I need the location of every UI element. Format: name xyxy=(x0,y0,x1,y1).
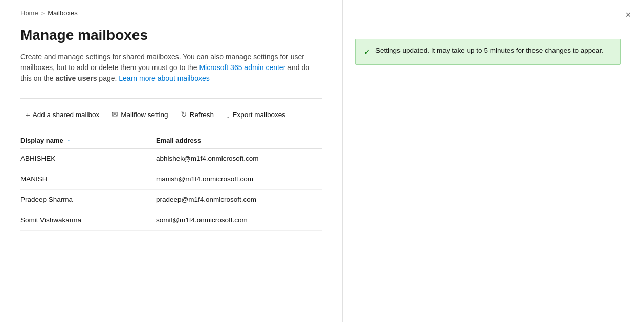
main-container: Home > Mailboxes Manage mailboxes Create… xyxy=(0,0,644,322)
table-row[interactable]: ABHISHEKabhishek@m1f4.onmicrosoft.com xyxy=(20,149,322,169)
col-header-email[interactable]: Email address xyxy=(156,132,322,149)
col-email-label: Email address xyxy=(156,136,201,144)
active-users-bold: active users xyxy=(56,74,97,82)
table-cell-email: pradeep@m1f4.onmicrosoft.com xyxy=(156,190,322,210)
table-cell-display: MANISH xyxy=(20,169,156,190)
refresh-label: Refresh xyxy=(190,111,214,119)
table-header-row: Display name ↑ Email address xyxy=(20,132,322,149)
table-cell-display: Pradeep Sharma xyxy=(20,190,156,210)
ms-admin-link[interactable]: Microsoft 365 admin center xyxy=(199,63,285,72)
mailflow-icon: ✉ xyxy=(112,110,118,119)
breadcrumb-current: Mailboxes xyxy=(48,9,78,17)
plus-icon: + xyxy=(26,110,30,119)
breadcrumb-home[interactable]: Home xyxy=(20,9,38,17)
description-text-3: page. xyxy=(97,74,119,82)
export-button[interactable]: ↓ Export mailboxes xyxy=(221,107,291,122)
breadcrumb-separator: > xyxy=(41,10,45,16)
success-icon: ✓ xyxy=(364,46,370,58)
left-panel: Home > Mailboxes Manage mailboxes Create… xyxy=(0,0,343,322)
learn-more-link[interactable]: Learn more about mailboxes xyxy=(119,74,209,82)
right-panel: × ✓ Settings updated. It may take up to … xyxy=(343,0,644,322)
mailflow-button[interactable]: ✉ Mailflow setting xyxy=(106,107,173,122)
table-row[interactable]: Pradeep Sharmapradeep@m1f4.onmicrosoft.c… xyxy=(20,190,322,210)
mailbox-table: Display name ↑ Email address ABHISHEKabh… xyxy=(20,132,322,231)
refresh-button[interactable]: ↻ Refresh xyxy=(175,107,219,122)
col-display-label: Display name xyxy=(20,136,63,144)
breadcrumb: Home > Mailboxes xyxy=(20,9,322,17)
refresh-icon: ↻ xyxy=(181,110,187,119)
table-row[interactable]: Somit Vishwakarmasomit@m1f4.onmicrosoft.… xyxy=(20,210,322,231)
close-button[interactable]: × xyxy=(622,8,634,21)
table-row[interactable]: MANISHmanish@m1f4.onmicrosoft.com xyxy=(20,169,322,190)
divider xyxy=(20,98,322,99)
mailbox-table-body: ABHISHEKabhishek@m1f4.onmicrosoft.comMAN… xyxy=(20,149,322,231)
mailflow-label: Mailflow setting xyxy=(121,111,168,119)
table-cell-email: somit@m1f4.onmicrosoft.com xyxy=(156,210,322,231)
table-cell-email: abhishek@m1f4.onmicrosoft.com xyxy=(156,149,322,169)
table-cell-email: manish@m1f4.onmicrosoft.com xyxy=(156,169,322,190)
col-header-display[interactable]: Display name ↑ xyxy=(20,132,156,149)
sort-icon: ↑ xyxy=(67,137,70,144)
export-icon: ↓ xyxy=(226,110,230,119)
table-cell-display: ABHISHEK xyxy=(20,149,156,169)
table-cell-display: Somit Vishwakarma xyxy=(20,210,156,231)
add-mailbox-label: Add a shared mailbox xyxy=(33,111,100,119)
success-notification: ✓ Settings updated. It may take up to 5 … xyxy=(355,39,621,65)
page-title: Manage mailboxes xyxy=(20,27,322,43)
notification-message: Settings updated. It may take up to 5 mi… xyxy=(375,45,604,56)
export-label: Export mailboxes xyxy=(232,111,285,119)
toolbar: + Add a shared mailbox ✉ Mailflow settin… xyxy=(20,107,322,122)
add-mailbox-button[interactable]: + Add a shared mailbox xyxy=(20,107,104,122)
description: Create and manage settings for shared ma… xyxy=(20,52,322,84)
